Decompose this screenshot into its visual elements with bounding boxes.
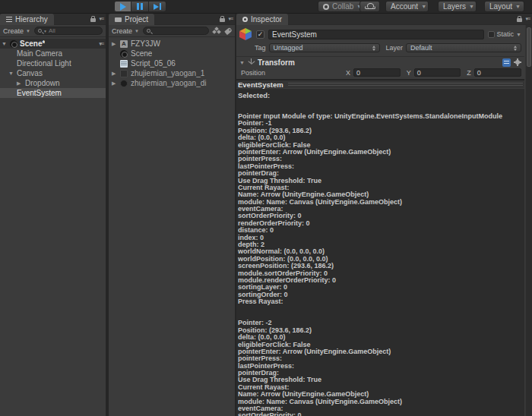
tag-layer-row: Tag Untagged Layer Default bbox=[236, 42, 524, 55]
texture-round-icon bbox=[120, 80, 128, 87]
create-label: Create bbox=[3, 27, 24, 35]
debug-line: module: Name: Canvas (UnityEngine.GameOb… bbox=[238, 399, 524, 405]
hierarchy-search-input[interactable]: ▼ All bbox=[34, 27, 103, 35]
gear-icon[interactable] bbox=[514, 58, 521, 66]
item-label: Script_05_06 bbox=[131, 59, 176, 68]
tab-project[interactable]: Project bbox=[109, 14, 154, 25]
position-x-field[interactable]: 0 bbox=[353, 68, 401, 77]
hierarchy-item-directional-light[interactable]: Directional Light bbox=[0, 58, 106, 68]
project-item-scene[interactable]: Scene bbox=[109, 49, 235, 58]
project-item-texture-2[interactable]: ▶ zhujiemian_yaogan_di bbox=[109, 78, 235, 88]
layout-button[interactable]: Layout ▼ bbox=[484, 1, 524, 12]
create-dropdown-arrow: ▼ bbox=[135, 29, 139, 33]
item-label: EventSystem bbox=[17, 89, 62, 97]
layer-dropdown[interactable]: Default bbox=[406, 43, 521, 52]
play-icon bbox=[120, 3, 126, 11]
layers-button[interactable]: Layers ▼ bbox=[438, 1, 477, 12]
scene-row[interactable]: ▼ Scene* ▾≡ bbox=[0, 39, 106, 49]
hierarchy-item-main-camera[interactable]: Main Camera bbox=[0, 49, 106, 58]
layer-label: Layer bbox=[386, 44, 404, 52]
layout-label: Layout bbox=[489, 2, 512, 11]
cloud-button[interactable] bbox=[359, 1, 380, 12]
panel-menu-icon[interactable]: ▾≡ bbox=[525, 16, 530, 22]
item-foldout[interactable]: ▶ bbox=[112, 80, 116, 87]
transform-icon bbox=[248, 58, 255, 66]
popup-arrows-icon bbox=[509, 46, 517, 51]
static-label: Static bbox=[497, 30, 515, 38]
hierarchy-item-canvas[interactable]: ▼ Canvas bbox=[0, 68, 106, 78]
project-item-texture-1[interactable]: ▶ zhujiemian_yaogan_1 bbox=[109, 68, 235, 78]
project-create-button[interactable]: Create▼ bbox=[112, 27, 139, 35]
texture-icon bbox=[120, 70, 128, 77]
panel-menu-icon[interactable]: ▾≡ bbox=[228, 16, 233, 22]
scene-label: Scene* bbox=[20, 39, 45, 48]
font-asset-icon: A bbox=[120, 40, 128, 48]
item-foldout[interactable]: ▶ bbox=[112, 71, 116, 77]
debug-line bbox=[238, 306, 524, 313]
scrollbar-thumb[interactable] bbox=[527, 27, 531, 67]
debug-line bbox=[238, 313, 524, 320]
tag-label: Tag bbox=[255, 44, 266, 52]
item-label: FZY3JW bbox=[131, 39, 160, 48]
static-checkbox[interactable] bbox=[488, 31, 495, 38]
item-label: zhujiemian_yaogan_1 bbox=[131, 69, 204, 77]
lock-icon[interactable] bbox=[517, 18, 522, 22]
hierarchy-tabstrip: Hierarchy ▾≡ bbox=[0, 14, 106, 25]
active-checkbox[interactable]: ✓ bbox=[256, 30, 264, 39]
debug-line: eligibleForClick: False bbox=[238, 342, 524, 348]
debug-line: pointerEnter: Arrow (UnityEngine.GameObj… bbox=[238, 149, 524, 156]
position-label: Position bbox=[241, 69, 346, 77]
scene-foldout[interactable]: ▼ bbox=[2, 41, 7, 46]
position-z-field[interactable]: 0 bbox=[474, 68, 521, 77]
hierarchy-tree: ▼ Scene* ▾≡ Main Camera Directional Ligh… bbox=[0, 37, 106, 98]
transform-title: Transform bbox=[258, 58, 295, 67]
project-tabstrip: Project ▾≡ bbox=[109, 14, 235, 25]
panel-menu-icon[interactable]: ▾≡ bbox=[99, 16, 103, 22]
debug-line: pointerPress: bbox=[238, 156, 524, 162]
gameobject-name-field[interactable]: EventSystem bbox=[268, 30, 484, 39]
account-button[interactable]: Account ▼ bbox=[385, 1, 429, 12]
debug-line: sortOrderPriority: 0 bbox=[238, 213, 524, 219]
item-foldout[interactable]: ▶ bbox=[112, 41, 116, 47]
folder-icon bbox=[115, 17, 122, 22]
eventsystem-debug-title: EventSystem bbox=[238, 80, 283, 89]
tab-inspector[interactable]: Inspector bbox=[236, 14, 288, 25]
scene-menu-icon[interactable]: ▾≡ bbox=[99, 41, 103, 47]
project-item-font[interactable]: ▶ A FZY3JW bbox=[109, 39, 235, 49]
debug-line: Pointer Input Module of type: UnityEngin… bbox=[238, 113, 524, 120]
pause-button[interactable] bbox=[131, 1, 149, 12]
unity-scene-icon bbox=[10, 40, 17, 48]
hierarchy-create-button[interactable]: Create▼ bbox=[3, 27, 30, 35]
lock-icon[interactable] bbox=[220, 18, 225, 22]
position-y-field[interactable]: 0 bbox=[414, 68, 461, 77]
step-button[interactable] bbox=[149, 1, 166, 12]
search-by-label-icon[interactable] bbox=[224, 27, 233, 34]
tag-dropdown[interactable]: Untagged bbox=[269, 43, 380, 52]
hierarchy-item-eventsystem[interactable]: EventSystem bbox=[0, 88, 106, 98]
static-dropdown-arrow[interactable]: ▼ bbox=[516, 32, 521, 37]
project-item-script[interactable]: Script_05_06 bbox=[109, 58, 235, 68]
hierarchy-tab-label: Hierarchy bbox=[15, 15, 48, 24]
debug-line: Position: (293.6, 186.2) bbox=[238, 327, 524, 334]
play-button[interactable] bbox=[114, 1, 131, 12]
transform-foldout[interactable]: ▼ bbox=[239, 60, 245, 65]
pause-icon bbox=[137, 3, 143, 10]
collab-icon bbox=[323, 4, 329, 10]
help-icon[interactable] bbox=[502, 58, 511, 67]
lock-icon[interactable] bbox=[90, 18, 96, 22]
debug-line: Current Rayast: bbox=[238, 384, 524, 391]
search-by-type-icon[interactable] bbox=[213, 27, 220, 34]
debug-line: depth: 2 bbox=[238, 241, 524, 248]
debug-line: Press Rayast: bbox=[238, 298, 524, 305]
item-label: Canvas bbox=[17, 69, 43, 77]
dropdown-foldout[interactable]: ▶ bbox=[17, 80, 21, 87]
project-search-input[interactable] bbox=[143, 27, 209, 35]
transform-header[interactable]: ▼ Transform bbox=[236, 56, 524, 68]
debug-line: screenPosition: (293.6, 186.2) bbox=[238, 263, 524, 269]
tab-hierarchy[interactable]: Hierarchy bbox=[0, 14, 54, 25]
x-label: X bbox=[346, 69, 350, 77]
canvas-foldout[interactable]: ▼ bbox=[8, 71, 14, 76]
hierarchy-item-dropdown[interactable]: ▶ Dropdown bbox=[0, 78, 106, 88]
create-dropdown-arrow: ▼ bbox=[26, 29, 30, 33]
inspector-scrollbar[interactable] bbox=[525, 25, 532, 416]
